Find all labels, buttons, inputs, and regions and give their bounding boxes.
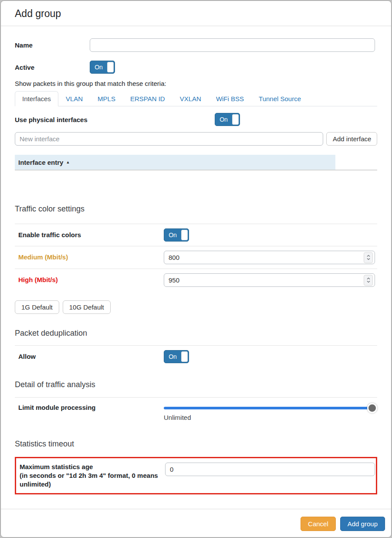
limit-processing-row: Limit module processing Unlimited [15,397,377,427]
new-interface-input[interactable] [15,132,323,146]
sort-ascending-icon: ▲ [66,160,70,164]
add-group-button[interactable]: Add group [340,517,385,531]
dialog-header: Add group [1,1,391,26]
allow-dedup-label: Allow [18,350,164,360]
max-statistics-age-label-line2: (in seconds or "1d 2h 3m 4" format, 0 me… [20,472,158,488]
high-threshold-row: High (Mbit/s) [15,269,377,291]
active-toggle[interactable]: On [90,61,115,74]
interface-table: Interface entry ▲ [15,155,377,170]
tab-wifi-bss[interactable]: WiFi BSS [209,91,251,106]
cancel-button[interactable]: Cancel [301,517,336,531]
spinner-down-icon [367,258,370,260]
enable-traffic-colors-toggle[interactable]: On [164,228,189,242]
medium-threshold-row: Medium (Mbit/s) [15,246,377,269]
name-input[interactable] [90,38,375,52]
max-statistics-age-control [165,463,375,476]
tab-mpls[interactable]: MPLS [90,91,123,106]
use-physical-toggle[interactable]: On [215,113,240,126]
spinner-up-icon [367,278,370,280]
limit-processing-label: Limit module processing [18,404,164,411]
slider-handle[interactable] [368,405,376,412]
dialog-body: Name Active On Show packets in this grou… [1,26,391,496]
tab-tunnel-source[interactable]: Tunnel Source [251,91,308,106]
add-group-dialog: Add group Name Active On Show packets in… [0,0,392,538]
enable-traffic-colors-label: Enable traffic colors [18,228,164,238]
limit-processing-value: Unlimited [164,414,375,421]
dialog-title: Add group [15,8,377,20]
active-toggle-state: On [90,61,107,73]
max-statistics-age-label-line1: Maximum statistics age [20,463,160,471]
active-row: Active On [15,61,377,74]
high-threshold-label: High (Mbit/s) [18,273,164,283]
max-statistics-age-input[interactable] [165,463,375,476]
default-1g-button[interactable]: 1G Default [15,300,59,314]
active-label: Active [15,64,90,71]
add-interface-row: Add interface [15,132,377,146]
use-physical-label: Use physical interfaces [15,116,215,123]
enable-traffic-colors-row: Enable traffic colors On [15,224,377,246]
deduplication-section-title: Packet deduplication [15,327,377,339]
dialog-footer: Cancel Add group [1,509,391,537]
default-10g-button[interactable]: 10G Default [63,300,111,314]
allow-dedup-row: Allow On [15,345,377,368]
name-row: Name [15,38,377,52]
name-label: Name [15,41,90,49]
interfaces-panel: Use physical interfaces On Add interface… [15,113,377,170]
use-physical-row: Use physical interfaces On [15,113,377,126]
enable-traffic-colors-toggle-state: On [164,229,181,241]
spinner-up-icon [367,255,370,257]
high-threshold-control [164,273,375,287]
allow-dedup-toggle-state: On [164,351,181,363]
name-control [90,38,375,52]
traffic-colors-section-title: Traffic color settings [15,203,377,215]
number-spinner[interactable] [364,252,373,263]
max-statistics-age-label: Maximum statistics age (in seconds or "1… [20,463,165,489]
limit-processing-slider[interactable] [164,407,375,409]
interface-entry-column-header[interactable]: Interface entry ▲ [15,155,335,170]
tab-erspan-id[interactable]: ERSPAN ID [123,91,172,106]
medium-threshold-input[interactable] [164,251,375,264]
toggle-handle-icon [232,114,239,125]
use-physical-toggle-state: On [215,113,232,126]
medium-threshold-control [164,251,375,264]
interface-entry-header-label: Interface entry [18,159,63,166]
add-interface-button[interactable]: Add interface [326,132,377,146]
toggle-handle-icon [181,351,188,362]
tab-interfaces[interactable]: Interfaces [15,91,58,106]
allow-dedup-toggle[interactable]: On [164,350,189,363]
limit-processing-control: Unlimited [164,404,375,421]
traffic-analysis-section-title: Detail of traffic analysis [15,378,377,391]
max-statistics-age-alert: Maximum statistics age (in seconds or "1… [15,457,377,494]
criteria-tabs: Interfaces VLAN MPLS ERSPAN ID VXLAN WiF… [15,91,377,106]
toggle-handle-icon [107,62,114,72]
tab-vlan[interactable]: VLAN [58,91,90,106]
spinner-down-icon [367,281,370,283]
criteria-text: Show packets in this group that match th… [15,80,377,87]
tab-vxlan[interactable]: VXLAN [172,91,209,106]
number-spinner[interactable] [364,275,373,286]
medium-threshold-label: Medium (Mbit/s) [18,251,164,261]
defaults-row: 1G Default 10G Default [15,300,377,314]
statistics-section-title: Statistics timeout [15,438,377,450]
high-threshold-input[interactable] [164,273,375,287]
toggle-handle-icon [181,230,188,240]
